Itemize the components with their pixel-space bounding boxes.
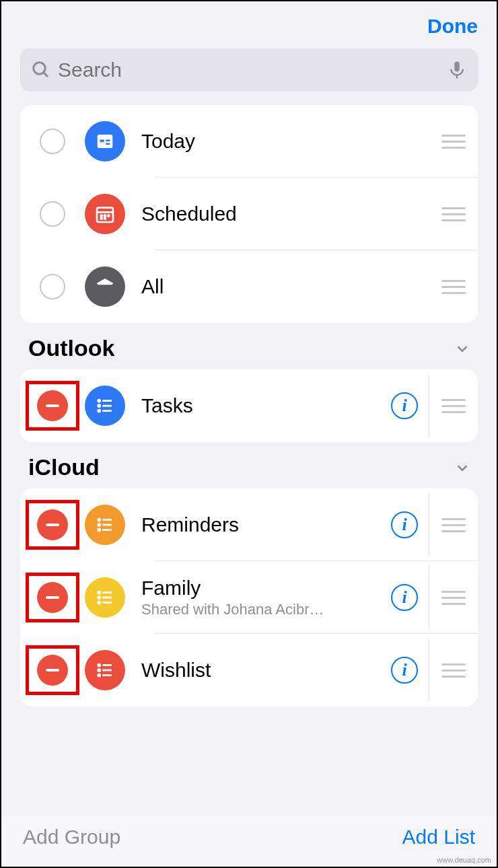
reorder-handle[interactable] xyxy=(429,250,478,323)
today-icon xyxy=(85,121,125,161)
svg-point-39 xyxy=(98,674,100,676)
list-icon xyxy=(85,505,125,545)
reorder-handle[interactable] xyxy=(429,369,478,442)
reorder-handle[interactable] xyxy=(429,634,478,707)
delete-button[interactable] xyxy=(37,582,68,613)
reorder-handle[interactable] xyxy=(429,178,478,250)
svg-point-11 xyxy=(101,215,102,217)
all-icon xyxy=(85,266,125,307)
chevron-down-icon xyxy=(455,460,470,475)
watermark: www.deuaq.com xyxy=(437,856,491,864)
info-button[interactable]: i xyxy=(391,584,418,611)
list-icon xyxy=(85,650,125,690)
svg-point-27 xyxy=(98,529,100,531)
svg-point-17 xyxy=(98,400,100,402)
delete-button[interactable] xyxy=(37,509,68,540)
search-icon xyxy=(31,60,51,80)
section-title: iCloud xyxy=(28,454,100,480)
svg-point-21 xyxy=(98,410,100,412)
list-label: All xyxy=(141,275,429,298)
svg-point-33 xyxy=(98,602,100,604)
delete-button[interactable] xyxy=(37,390,68,421)
search-input[interactable] xyxy=(58,59,440,81)
row-reminders[interactable]: Reminders i xyxy=(20,489,478,561)
svg-rect-8 xyxy=(106,143,110,145)
chevron-down-icon xyxy=(455,341,470,356)
list-icon xyxy=(85,577,125,618)
svg-point-37 xyxy=(98,670,100,672)
add-group-button: Add Group xyxy=(23,826,120,848)
svg-point-15 xyxy=(104,218,106,219)
search-field[interactable] xyxy=(20,48,478,92)
footer-bar: Add Group Add List xyxy=(1,816,497,867)
microphone-icon[interactable] xyxy=(447,60,467,80)
row-tasks[interactable]: Tasks i xyxy=(20,369,478,442)
top-bar: Done xyxy=(1,1,497,43)
icloud-card: Reminders i Family Shared with Johana Ac… xyxy=(20,489,478,707)
svg-point-14 xyxy=(101,218,102,219)
svg-rect-7 xyxy=(106,140,110,142)
outlook-card: Tasks i xyxy=(20,369,478,442)
reorder-handle[interactable] xyxy=(429,489,478,561)
smart-lists-card: Today Scheduled All xyxy=(20,105,478,323)
done-button[interactable]: Done xyxy=(427,15,478,38)
row-family[interactable]: Family Shared with Johana Acibr… i xyxy=(20,561,478,634)
section-header-icloud[interactable]: iCloud xyxy=(28,454,470,480)
section-title: Outlook xyxy=(28,335,114,361)
list-label: Wishlist xyxy=(141,659,391,682)
info-button[interactable]: i xyxy=(391,657,418,684)
reorder-handle[interactable] xyxy=(429,561,478,634)
svg-point-13 xyxy=(108,215,109,217)
svg-rect-2 xyxy=(454,62,460,72)
scheduled-icon xyxy=(85,194,125,234)
svg-point-12 xyxy=(104,215,106,217)
svg-point-25 xyxy=(98,524,100,526)
list-label: Family xyxy=(141,577,391,600)
info-button[interactable]: i xyxy=(391,392,418,419)
svg-line-1 xyxy=(44,73,48,77)
info-button[interactable]: i xyxy=(391,511,418,538)
svg-point-29 xyxy=(98,591,100,593)
list-subtitle: Shared with Johana Acibr… xyxy=(141,601,370,618)
selection-circle[interactable] xyxy=(40,274,65,299)
row-scheduled[interactable]: Scheduled xyxy=(20,178,478,250)
list-label: Scheduled xyxy=(141,203,429,225)
selection-circle[interactable] xyxy=(40,201,65,227)
svg-point-31 xyxy=(98,597,100,599)
list-label: Today xyxy=(141,130,429,153)
row-wishlist[interactable]: Wishlist i xyxy=(20,634,478,707)
list-label: Tasks xyxy=(141,394,391,417)
list-icon xyxy=(85,386,125,426)
add-list-button[interactable]: Add List xyxy=(402,826,475,848)
list-label: Reminders xyxy=(141,513,391,536)
svg-point-0 xyxy=(34,63,46,75)
selection-circle[interactable] xyxy=(40,129,65,154)
svg-rect-6 xyxy=(100,140,104,143)
delete-button[interactable] xyxy=(37,655,68,686)
row-all[interactable]: All xyxy=(20,250,478,323)
svg-point-19 xyxy=(98,405,100,407)
section-header-outlook[interactable]: Outlook xyxy=(28,335,470,361)
row-today[interactable]: Today xyxy=(20,105,478,178)
svg-point-23 xyxy=(98,519,100,521)
svg-point-35 xyxy=(98,664,100,666)
reorder-handle[interactable] xyxy=(429,105,478,178)
